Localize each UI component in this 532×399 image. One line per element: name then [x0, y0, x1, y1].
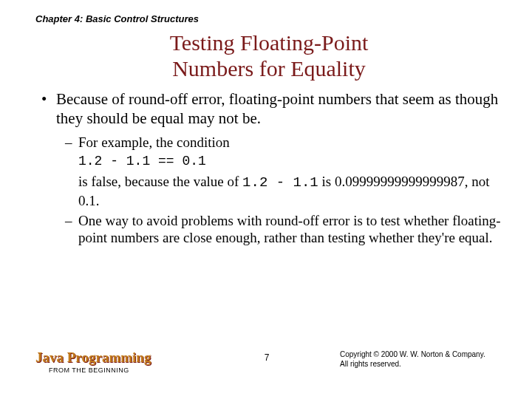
- bullet-level-2: – One way to avoid problems with round-o…: [65, 212, 502, 246]
- brand-text: Java Programming: [35, 349, 151, 365]
- title-line-1: Testing Floating-Point: [170, 30, 369, 55]
- sub-1-continuation: is false, because the value of 1.2 - 1.1…: [78, 173, 502, 208]
- footer-left: Java Programming FROM THE BEGINNING: [35, 349, 151, 374]
- bullet-dash-icon: –: [65, 134, 78, 151]
- sub-1-text: For example, the condition: [78, 134, 230, 151]
- copyright-line-1: Copyright © 2000 W. W. Norton & Company.: [340, 349, 502, 359]
- copyright-line-2: All rights reserved.: [340, 359, 502, 369]
- bullet-1-text: Because of round-off error, floating-poi…: [56, 90, 502, 128]
- page-number: 7: [265, 352, 270, 363]
- bullet-level-2: – For example, the condition: [65, 134, 502, 151]
- bullet-dash-icon: –: [65, 212, 78, 246]
- brand-subtitle: FROM THE BEGINNING: [49, 366, 151, 374]
- slide-footer: Java Programming FROM THE BEGINNING 7 Co…: [35, 349, 502, 374]
- bullet-dot-icon: •: [41, 90, 56, 128]
- content-area: • Because of round-off error, floating-p…: [35, 90, 502, 246]
- brand-title: Java Programming: [35, 349, 151, 366]
- chapter-label: Chapter 4: Basic Control Structures: [35, 13, 502, 24]
- copyright-block: Copyright © 2000 W. W. Norton & Company.…: [340, 349, 502, 369]
- title-line-2: Numbers for Equality: [172, 56, 366, 81]
- bullet-level-1: • Because of round-off error, floating-p…: [41, 90, 502, 128]
- sub1-cont-a: is false, because the value of: [78, 174, 242, 189]
- slide-title: Testing Floating-Point Numbers for Equal…: [35, 30, 502, 81]
- code-block: 1.2 - 1.1 == 0.1: [78, 154, 502, 170]
- sub-2-text: One way to avoid problems with round-off…: [78, 212, 502, 246]
- inline-code: 1.2 - 1.1: [242, 174, 318, 191]
